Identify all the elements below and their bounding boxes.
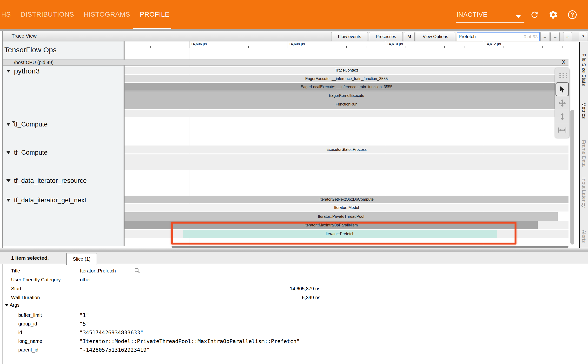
track-label-tf_Compute-1[interactable]: tf_Compute: [6, 120, 48, 129]
search-input[interactable]: [457, 34, 517, 39]
tool-timing[interactable]: [555, 123, 569, 137]
help-icon[interactable]: ?: [567, 10, 577, 20]
arg-value: "5": [79, 321, 89, 327]
collapse-triangle-icon: [6, 151, 11, 154]
trace-event-label: EagerExecute: __inference_train_function…: [305, 77, 388, 81]
detail-label: Start: [11, 286, 21, 291]
process-header-row[interactable]: [3, 60, 568, 66]
track-label-tf_data_iterator_get_next-4[interactable]: tf_data_iterator_get_next: [6, 196, 86, 205]
detail-row-start: Start14,605,879 ns: [0, 284, 586, 293]
detail-value: Iterator::Prefetch: [80, 268, 116, 274]
settings-gear-icon[interactable]: [548, 10, 558, 20]
track-name: python3: [14, 67, 40, 75]
tool-zoom-vertical[interactable]: [555, 110, 569, 123]
selection-summary: 1 item selected.: [11, 255, 49, 261]
toolbar-button-m[interactable]: M: [404, 32, 415, 41]
trace-event-label: FunctionRun: [336, 102, 357, 106]
ruler-tick-minor: [170, 46, 170, 48]
track-name: tf_data_iterator_resource: [14, 177, 87, 185]
more-button[interactable]: »: [563, 32, 572, 41]
dropdown-underline: [456, 22, 524, 23]
detail-row-title: TitleIterator::Prefetch: [0, 266, 586, 275]
ruler-tick-minor: [425, 46, 425, 48]
ruler-tick-major: [190, 41, 190, 48]
collapse-triangle-icon: [6, 70, 11, 73]
trace-event-eagerkernelexecute[interactable]: EagerKernelExecute: [125, 91, 568, 100]
ruler-tick-major: [484, 41, 484, 48]
ruler-tick-minor: [229, 46, 229, 48]
tool-select-active[interactable]: [555, 82, 569, 96]
ruler-tick-minor: [464, 46, 464, 48]
detail-value: 6,399 ns: [80, 295, 320, 300]
ruler-tick-minor: [346, 46, 347, 48]
toolbar-button-processes[interactable]: Processes: [369, 32, 403, 41]
sidebar-tab-input-latency: Input Latency: [581, 177, 587, 208]
trace-row-empty: [125, 110, 568, 117]
ruler-tick-minor: [405, 46, 405, 48]
trace-event-iterator-maxintraopparallelism[interactable]: Iterator::MaxIntraOpParallelism: [125, 221, 538, 229]
process-header-label: /host:CPU (pid 49): [14, 60, 54, 65]
tool-pan[interactable]: [555, 96, 569, 110]
header-tab-histograms[interactable]: HISTOGRAMS: [84, 11, 130, 18]
search-box[interactable]: 0 of 63: [457, 32, 540, 41]
ruler-tick-minor: [542, 46, 543, 48]
toolbar-button-flow-events[interactable]: Flow events: [331, 32, 368, 41]
ruler-tick-minor: [366, 46, 366, 48]
arg-value: "1": [79, 312, 89, 318]
track-name: tf_Compute: [14, 121, 48, 128]
trace-event-iteratorgetnextop-docompute[interactable]: IteratorGetNextOp::DoCompute: [125, 196, 568, 203]
ruler-tick-minor: [523, 46, 523, 48]
collapse-triangle-icon: [6, 179, 11, 182]
search-result-count: 0 of 63: [524, 34, 538, 40]
trace-event-label: Iterator::Prefetch: [326, 232, 354, 236]
header-divider: [0, 29, 588, 31]
trace-event-tracecontext[interactable]: TraceContext: [125, 67, 568, 74]
header-tab-hs[interactable]: HS: [1, 11, 11, 18]
track-name: tf_data_iterator_get_next: [14, 197, 86, 204]
tab-slice[interactable]: Slice (1): [66, 253, 97, 265]
trace-event-executorstate-process[interactable]: ExecutorState::Process: [125, 146, 568, 153]
ruler-tick-major: [386, 41, 386, 48]
arg-row-parent_id: parent_id"-1428057513162923419": [0, 345, 586, 354]
next-result-button[interactable]: →: [550, 32, 560, 41]
ruler-tick-minor: [150, 46, 151, 48]
refresh-icon[interactable]: [529, 10, 540, 20]
sidebar-tab-file-size-stats[interactable]: File Size Stats: [581, 53, 587, 86]
trace-event-iterator-prefetch[interactable]: Iterator::Prefetch: [183, 230, 497, 238]
detail-value: other: [80, 277, 91, 283]
args-section-header[interactable]: Args: [5, 302, 20, 308]
ruler-tick-minor: [307, 46, 307, 48]
trace-event-iterator-model[interactable]: Iterator::Model: [125, 204, 568, 212]
collapse-triangle-icon: [6, 123, 11, 126]
trace-event-eagerexecute-inference-train-function-3555[interactable]: EagerExecute: __inference_train_function…: [125, 75, 568, 82]
trace-event-label: Iterator::PrivateThreadPool: [318, 214, 364, 219]
header-tab-distributions[interactable]: DISTRIBUTIONS: [20, 11, 74, 18]
arg-key: group_id: [18, 321, 37, 327]
trace-event-iterator-privatethreadpool[interactable]: Iterator::PrivateThreadPool: [125, 212, 558, 221]
toolbar-button-view-options[interactable]: View Options: [416, 32, 455, 41]
header-tab-profile[interactable]: PROFILE: [140, 11, 169, 18]
app-header: HSDISTRIBUTIONSHISTOGRAMSPROFILE INACTIV…: [0, 0, 588, 29]
track-label-python3-0[interactable]: python3: [6, 67, 40, 75]
trace-event-label: Iterator::Model: [334, 205, 359, 210]
vertical-scrollbar[interactable]: [570, 110, 574, 245]
ruler-tick-label: 14,610 µs: [387, 42, 403, 46]
trace-event-label: ExecutorState::Process: [326, 147, 367, 152]
track-label-tf_Compute-2[interactable]: tf_Compute: [6, 148, 48, 157]
panel-splitter[interactable]: [0, 248, 588, 251]
sidebar-tab-metrics[interactable]: Metrics: [581, 102, 587, 119]
magnifier-icon[interactable]: [134, 267, 140, 275]
trace-event-label: EagerKernelExecute: [329, 93, 364, 98]
trace-event-functionrun[interactable]: FunctionRun: [125, 100, 568, 109]
arg-value: "Iterator::Model::PrivateThreadPool::Max…: [79, 338, 300, 344]
prev-result-button[interactable]: ←: [540, 32, 549, 41]
trace-help-button[interactable]: ?: [579, 32, 587, 41]
section-title: TensorFlow Ops: [4, 46, 57, 54]
ruler-tick-label: 14,612 µs: [485, 42, 501, 46]
tool-grip[interactable]: [555, 69, 569, 82]
track-label-tf_data_iterator_resource-3[interactable]: tf_data_iterator_resource: [6, 176, 87, 185]
trace-event-eagerlocalexecute-inference-train-function-3555[interactable]: EagerLocalExecute: __inference_train_fun…: [125, 83, 568, 91]
trace-event-label: IteratorGetNextOp::DoCompute: [319, 197, 374, 202]
close-process-button[interactable]: X: [562, 59, 566, 66]
run-status-dropdown[interactable]: INACTIVE: [456, 10, 524, 23]
